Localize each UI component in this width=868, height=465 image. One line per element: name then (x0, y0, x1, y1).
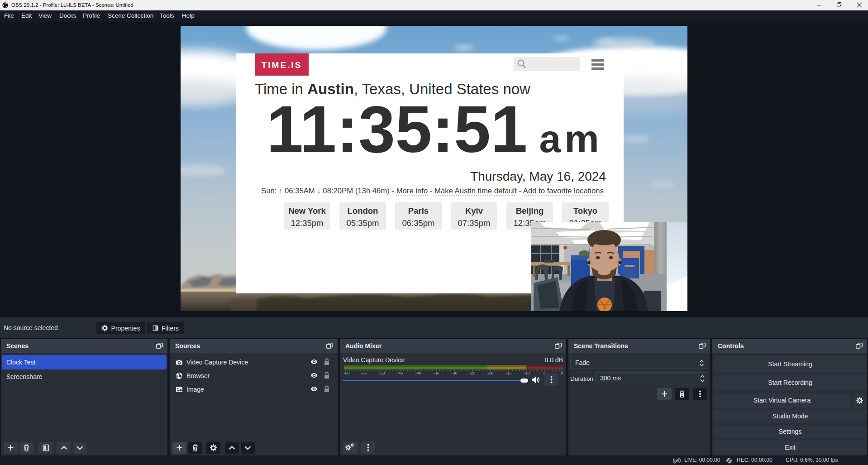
svg-text:-25: -25 (470, 371, 476, 375)
svg-text:-35: -35 (434, 371, 439, 375)
svg-text:-60: -60 (344, 371, 350, 375)
svg-text:-30: -30 (452, 371, 458, 375)
svg-text:-50: -50 (379, 371, 385, 375)
svg-text:-55: -55 (361, 371, 367, 375)
svg-text:-15: -15 (506, 371, 512, 375)
svg-text:0: 0 (561, 371, 563, 375)
svg-text:-10: -10 (524, 371, 530, 375)
svg-text:-20: -20 (488, 371, 494, 375)
svg-text:-40: -40 (415, 371, 421, 375)
svg-text:-45: -45 (397, 371, 403, 375)
